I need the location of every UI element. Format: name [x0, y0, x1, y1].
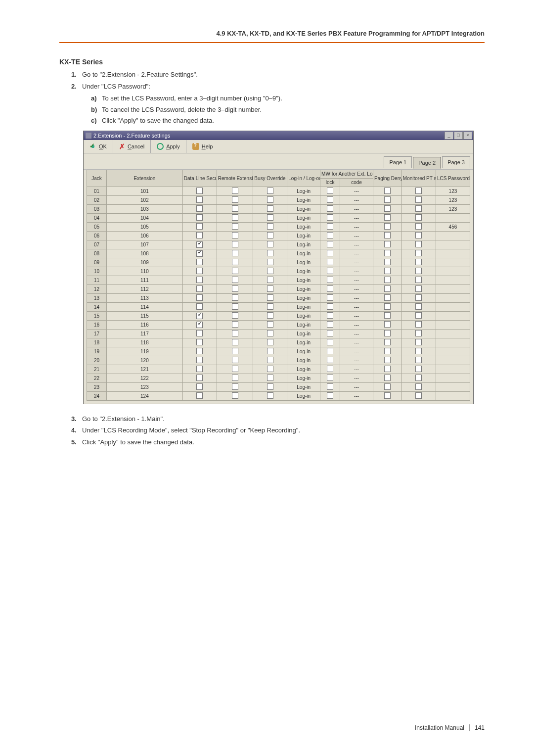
cell[interactable]: [373, 195, 401, 204]
checkbox[interactable]: [327, 383, 333, 390]
cell[interactable]: [320, 187, 340, 195]
checkbox[interactable]: [384, 223, 391, 230]
checkbox[interactable]: [232, 294, 238, 301]
cell[interactable]: [320, 213, 340, 222]
checkbox[interactable]: [196, 285, 203, 292]
cell[interactable]: [401, 267, 436, 276]
cell[interactable]: [217, 338, 253, 347]
cell[interactable]: [182, 356, 217, 365]
cell[interactable]: [320, 195, 340, 204]
cell[interactable]: [401, 329, 436, 338]
checkbox[interactable]: [196, 188, 203, 194]
cell[interactable]: [373, 240, 401, 249]
cell[interactable]: [217, 293, 253, 302]
checkbox[interactable]: [384, 348, 391, 354]
cell[interactable]: [253, 195, 287, 204]
checkbox[interactable]: [327, 268, 333, 274]
cell[interactable]: [401, 240, 436, 249]
checkbox[interactable]: [267, 277, 273, 283]
cell[interactable]: [182, 213, 217, 222]
cell[interactable]: [182, 320, 217, 329]
checkbox[interactable]: [267, 250, 273, 256]
cell[interactable]: [182, 293, 217, 302]
maximize-button[interactable]: □: [454, 132, 463, 140]
checkbox[interactable]: [267, 294, 273, 301]
cell[interactable]: [253, 320, 287, 329]
checkbox[interactable]: [415, 339, 422, 345]
checkbox[interactable]: [327, 223, 333, 230]
cell[interactable]: [320, 222, 340, 231]
cell[interactable]: [182, 222, 217, 231]
checkbox[interactable]: [232, 250, 238, 256]
checkbox[interactable]: [384, 277, 391, 283]
checkbox[interactable]: [384, 392, 391, 399]
cell[interactable]: [320, 365, 340, 374]
checkbox[interactable]: [196, 357, 203, 363]
checkbox[interactable]: [196, 383, 203, 390]
checkbox[interactable]: [327, 312, 333, 319]
checkbox[interactable]: [415, 277, 422, 283]
cell[interactable]: [320, 374, 340, 382]
cell[interactable]: [320, 338, 340, 347]
cancel-button[interactable]: ✗ Cancel: [113, 140, 151, 153]
cell[interactable]: [320, 320, 340, 329]
cell[interactable]: [253, 249, 287, 258]
cell[interactable]: [182, 249, 217, 258]
cell[interactable]: [217, 356, 253, 365]
cell[interactable]: [253, 347, 287, 356]
cell[interactable]: [401, 391, 436, 400]
checkbox[interactable]: [415, 348, 422, 354]
cell[interactable]: [253, 276, 287, 284]
checkbox[interactable]: [196, 223, 203, 230]
checkbox[interactable]: [196, 392, 203, 399]
cell[interactable]: [253, 187, 287, 195]
cell[interactable]: [217, 222, 253, 231]
checkbox[interactable]: [327, 241, 333, 247]
checkbox[interactable]: [196, 294, 203, 301]
cell[interactable]: [217, 213, 253, 222]
checkbox[interactable]: [327, 321, 333, 328]
cell[interactable]: [373, 302, 401, 311]
checkbox[interactable]: [384, 232, 391, 238]
checkbox[interactable]: [267, 392, 273, 399]
cell[interactable]: [320, 204, 340, 213]
checkbox[interactable]: [384, 214, 391, 221]
checkbox[interactable]: [196, 339, 203, 345]
checkbox[interactable]: [415, 214, 422, 221]
cell[interactable]: [373, 374, 401, 382]
cell[interactable]: [253, 356, 287, 365]
checkbox[interactable]: [232, 285, 238, 292]
checkbox[interactable]: [415, 250, 422, 256]
cell[interactable]: [401, 338, 436, 347]
checkbox[interactable]: [415, 303, 422, 310]
checkbox[interactable]: [327, 357, 333, 363]
cell[interactable]: [320, 276, 340, 284]
checkbox[interactable]: [232, 330, 238, 336]
checkbox[interactable]: [384, 375, 391, 381]
cell[interactable]: [182, 391, 217, 400]
cell[interactable]: [253, 391, 287, 400]
cell[interactable]: [373, 329, 401, 338]
checkbox[interactable]: [415, 383, 422, 390]
cell[interactable]: [182, 329, 217, 338]
checkbox[interactable]: [196, 259, 203, 265]
checkbox[interactable]: [232, 303, 238, 310]
checkbox[interactable]: [232, 259, 238, 265]
checkbox[interactable]: [384, 250, 391, 256]
checkbox[interactable]: [267, 312, 273, 319]
checkbox[interactable]: [196, 232, 203, 238]
checkbox[interactable]: [196, 205, 203, 212]
cell[interactable]: [373, 276, 401, 284]
cell[interactable]: [182, 365, 217, 374]
cell[interactable]: [401, 347, 436, 356]
checkbox[interactable]: [196, 322, 203, 328]
checkbox[interactable]: [267, 188, 273, 194]
checkbox[interactable]: [327, 294, 333, 301]
checkbox[interactable]: [327, 285, 333, 292]
checkbox[interactable]: [327, 392, 333, 399]
checkbox[interactable]: [196, 268, 203, 274]
checkbox[interactable]: [384, 312, 391, 319]
checkbox[interactable]: [267, 339, 273, 345]
checkbox[interactable]: [384, 303, 391, 310]
cell[interactable]: [253, 240, 287, 249]
